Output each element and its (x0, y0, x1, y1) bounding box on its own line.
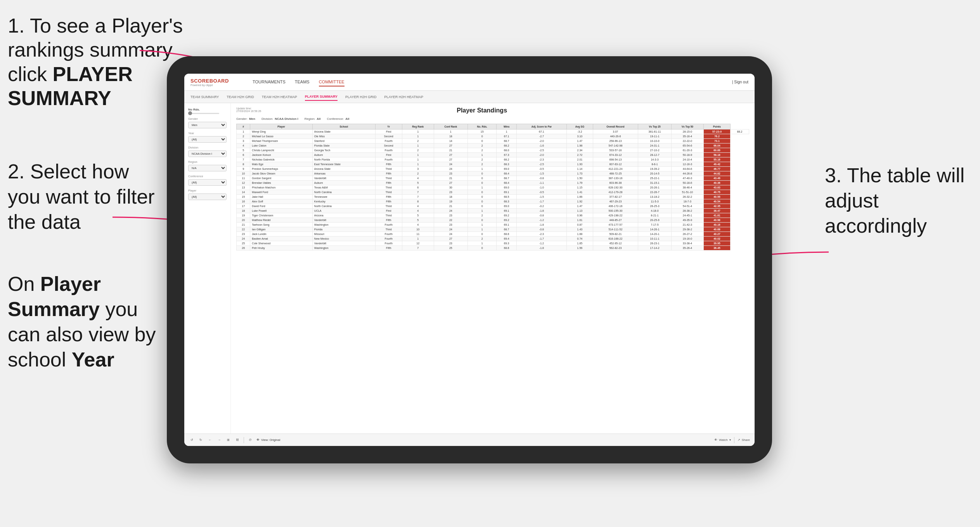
table-row[interactable]: 10Jacob Skov OlesenArkansasFifth223068.4… (237, 171, 749, 176)
conference-filter: Conference: All (327, 117, 350, 121)
logo-area: SCOREBOARD Powered by clippd (190, 78, 253, 86)
col-conf-rank: Conf Rank (434, 124, 467, 130)
table-row[interactable]: 21Taehoon SongWashingtonFourth423169.1-1… (237, 223, 749, 227)
table-row[interactable]: 23Jack LundinMissouriFourth1124068.6-2.3… (237, 232, 749, 237)
slider-container[interactable] (188, 113, 227, 114)
table-area: Update time: 27/03/2024 16:56:26 Player … (231, 103, 755, 434)
gender-label: Gender (188, 117, 227, 121)
gender-filter: Gender: Men (236, 117, 255, 121)
instruction-step2-text: 2. Select how you want to filter the dat… (8, 160, 155, 233)
update-date: 27/03/2024 16:56:26 (236, 110, 261, 112)
clock-btn[interactable]: ⏱ (247, 437, 253, 442)
table-row[interactable]: 6Jackson KoivunAuburnFirst127167.3-2.02.… (237, 153, 749, 157)
export-label: Share (742, 438, 750, 442)
nav-teams[interactable]: TEAMS (295, 78, 310, 86)
standings-title: Player Standings (261, 107, 703, 114)
year-select[interactable]: (All) (188, 136, 227, 143)
table-row[interactable]: 1Wenyi DingArizona StateFirst1115167.1-3… (237, 130, 749, 134)
undo-btn[interactable]: ↺ (189, 437, 195, 442)
table-row[interactable]: 14Maxwell FordNorth CarolinaThird723069.… (237, 190, 749, 195)
watch-icon: 👁 (714, 438, 717, 442)
gender-select[interactable]: Men (188, 122, 227, 128)
table-row[interactable]: 3Michael ThorbjornsenStanfordFourth21406… (237, 139, 749, 143)
table-row[interactable]: 2Michael Le SassoOle MissSecond118067.1-… (237, 134, 749, 139)
tablet: SCOREBOARD Powered by clippd TOURNAMENTS… (167, 56, 772, 463)
watch-action[interactable]: 👁 Watch ▾ (714, 438, 731, 442)
table-row[interactable]: 19Tiger ChristensenArizonaThird523269.2-… (237, 213, 749, 218)
table-header-section: Update time: 27/03/2024 16:56:26 Player … (236, 107, 749, 114)
division-filter-value: NCAA Division I (275, 117, 298, 121)
view-label: View: Original (261, 438, 280, 442)
table-row[interactable]: 7Nicholas GabrelcikNorth FloridaFourth12… (237, 157, 749, 162)
col-vs-top25: Vs Top 25 (638, 124, 672, 130)
table-row[interactable]: 18Luke PowellUCLAFirst424169.1-1.81.1350… (237, 209, 749, 213)
col-rank: # (237, 124, 250, 130)
update-time-block: Update time: 27/03/2024 16:56:26 (236, 107, 261, 112)
table-row[interactable]: 12Brendan ValdesAuburnFifth527068.4-1.11… (237, 181, 749, 185)
table-row[interactable]: 20Matthew RiedelVanderbiltFifth522069.2-… (237, 218, 749, 223)
table-row[interactable]: 9Preston SummerhaysArizona StateThird324… (237, 167, 749, 171)
table-row[interactable]: 11Gordon SargentVanderbiltThird421068.7-… (237, 176, 749, 181)
nav-sign-out[interactable]: | Sign out (732, 80, 748, 84)
table-row[interactable]: 4Luke ClatonFlorida StateSecond127268.2-… (237, 143, 749, 148)
table-row[interactable]: 8Mats EgeEast Tennessee StateFifth124268… (237, 162, 749, 167)
instruction-step3: 3. The table will adjust accordingly (825, 163, 972, 238)
col-school: School (312, 124, 375, 130)
toolbar-view[interactable]: 👁 View: Original (256, 438, 280, 442)
forward-btn[interactable]: → (216, 437, 222, 442)
sidebar: No Rds. Gender Men Year (All) Division N… (184, 103, 231, 434)
sub-nav-team-summary[interactable]: TEAM SUMMARY (190, 93, 219, 100)
nav-committee[interactable]: COMMITTEE (319, 78, 345, 86)
eye-icon: 👁 (256, 438, 260, 442)
toolbar-sep2 (734, 437, 734, 443)
sub-nav-team-h2h-heatmap[interactable]: TEAM H2H HEATMAP (262, 93, 297, 100)
table-row[interactable]: 16Alex GoffKentuckyFifth819068.3-1.71.92… (237, 199, 749, 204)
conference-filter-value: All (345, 117, 349, 121)
sub-nav-player-h2h-grid[interactable]: PLAYER H2H GRID (345, 93, 376, 100)
table-row[interactable]: 5Christo LamprechtGeorgia TechFourth2212… (237, 148, 749, 153)
instruction-bottom-text: On (8, 273, 40, 295)
table-row[interactable]: 17David FordNorth CarolinaThird421069.0-… (237, 204, 749, 209)
redo-btn[interactable]: ↻ (198, 437, 204, 442)
table-row[interactable]: 26Petr HrubyWashingtonFifth725068.6-1.81… (237, 246, 749, 251)
division-select[interactable]: NCAA Division I (188, 150, 227, 157)
table-row[interactable]: 24Bastien AmatNew MexicoFourth127269.4-1… (237, 237, 749, 241)
grid-btn[interactable]: ⊞ (225, 437, 231, 442)
nav-tournaments[interactable]: TOURNAMENTS (253, 78, 286, 86)
export-action[interactable]: ↗ Share (738, 438, 750, 442)
region-select[interactable]: N/A (188, 165, 227, 171)
table-row[interactable]: 13Phichaksn MaichonTexas A&MThird630169.… (237, 185, 749, 190)
chain-btn[interactable]: ⛓ (234, 437, 241, 442)
year-label: Year (188, 131, 227, 135)
top-nav: SCOREBOARD Powered by clippd TOURNAMENTS… (184, 74, 755, 91)
share-icon: ↗ (738, 438, 740, 442)
sub-nav-player-summary[interactable]: PLAYER SUMMARY (305, 93, 338, 101)
update-time-label: Update time: (236, 107, 261, 110)
sub-nav-player-h2h-heatmap[interactable]: PLAYER H2H HEATMAP (384, 93, 423, 100)
watch-label: Watch (719, 438, 727, 442)
col-avg-sg: Avg SG (566, 124, 593, 130)
col-points: Points (703, 124, 731, 130)
table-header-row: # Player School Yr Reg Rank Conf Rank No… (237, 124, 749, 130)
no-rds-label: No Rds. (188, 108, 227, 111)
gender-filter-value: Men (249, 117, 255, 121)
table-row[interactable]: 22Ian GilliganFloridaThird1024168.7-0.81… (237, 227, 749, 232)
main-content: No Rds. Gender Men Year (All) Division N… (184, 103, 755, 434)
player-select[interactable]: (All) (188, 194, 227, 200)
col-reg-rank: Reg Rank (402, 124, 434, 130)
slider-thumb[interactable] (188, 111, 192, 115)
table-row[interactable]: 15Jake HallTennesseeFifth718068.5-1.51.6… (237, 195, 749, 199)
nav-items: TOURNAMENTS TEAMS COMMITTEE (253, 78, 732, 86)
slider-track[interactable] (188, 113, 219, 114)
table-row[interactable]: 25Cole SherwoodVanderbiltFourth1223169.3… (237, 241, 749, 246)
conference-label: Conference (188, 175, 227, 178)
instruction-bottom-bold2: Year (72, 348, 114, 371)
back-btn[interactable]: ← (207, 437, 213, 442)
sub-nav-team-h2h-grid[interactable]: TEAM H2H GRID (227, 93, 254, 100)
logo-sub: Powered by clippd (190, 84, 229, 86)
conference-select[interactable]: (All) (188, 179, 227, 186)
instruction-step3-text: 3. The table will adjust accordingly (825, 164, 964, 237)
col-vs-top50: Vs Top 50 (672, 124, 704, 130)
gender-filter-label: Gender: (236, 117, 248, 121)
instruction-bottom: On Player Summary you can also view by s… (8, 271, 163, 372)
